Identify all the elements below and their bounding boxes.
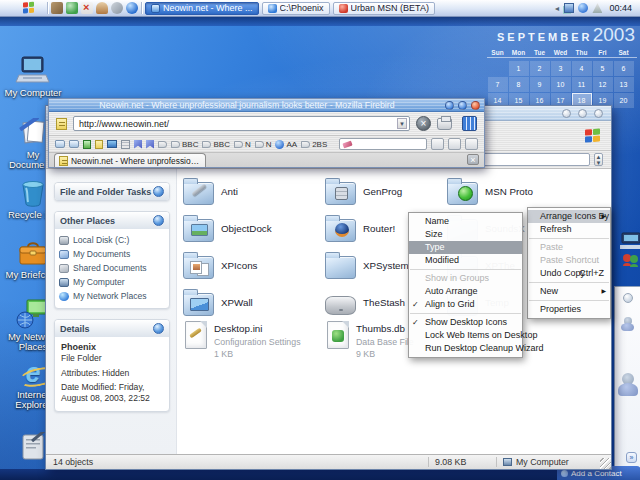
bookmark-image-icon[interactable] (107, 140, 117, 148)
file-item[interactable]: TheStash (325, 288, 405, 315)
address-stepper[interactable]: ▲▼ (594, 153, 603, 166)
place-link-my-documents[interactable]: My Documents (59, 247, 167, 261)
toolbar-button[interactable] (465, 138, 478, 150)
url-input[interactable]: http://www.neowin.net/ ▼ (73, 116, 410, 131)
menu-item-modified[interactable]: Modified (409, 254, 522, 267)
menu-item-properties[interactable]: Properties (528, 303, 610, 316)
details-pane: Details Phoenix File Folder Attributes: … (54, 319, 170, 412)
msn-chevron-button[interactable]: » (626, 452, 637, 463)
minimize-button[interactable] (445, 101, 454, 110)
place-link-local-disk[interactable]: Local Disk (C:) (59, 233, 167, 247)
bookmark-note-icon[interactable] (95, 140, 103, 149)
resize-grip[interactable] (600, 458, 611, 469)
file-item[interactable]: ObjectDock (183, 214, 272, 242)
bookmark-grid-icon[interactable] (121, 140, 130, 149)
quick-launch-icon-1[interactable] (51, 2, 63, 14)
menu-item-arrange-icons-by[interactable]: Arrange Icons By ▶ (528, 210, 610, 223)
msn-round-button[interactable] (623, 293, 633, 303)
start-button[interactable] (23, 2, 36, 15)
task-button-neowin[interactable]: Neowin.net - Where ... (145, 2, 259, 15)
volume-tray-icon[interactable] (592, 3, 602, 13)
desktop-icon-my-computer[interactable]: My Computer (4, 56, 62, 98)
menu-item-lock-web-items[interactable]: Lock Web Items on Desktop (409, 329, 522, 342)
file-item[interactable]: XPSystem (325, 251, 409, 279)
stop-button[interactable]: × (416, 116, 431, 131)
windows-flag-icon (585, 128, 601, 143)
file-item[interactable]: Router! (325, 214, 395, 242)
details-folder-name: Phoenix (61, 342, 163, 352)
bookmark-doc-icon[interactable] (83, 140, 91, 149)
bookmark-link[interactable]: BBC (202, 140, 229, 149)
place-link-shared-documents[interactable]: Shared Documents (59, 261, 167, 275)
bookmark-ribbon-icon[interactable] (134, 140, 142, 149)
bookmark-folder-icon[interactable] (69, 140, 79, 148)
file-item[interactable]: Desktop.ini Configuration Settings 1 KB (185, 321, 301, 361)
toolbar-button[interactable] (431, 138, 444, 150)
bookmark-tag-icon[interactable] (158, 141, 167, 148)
menu-item-show-in-groups[interactable]: Show in Groups (409, 272, 522, 285)
menu-item-name[interactable]: Name (409, 215, 522, 228)
menu-item-paste-shortcut[interactable]: Paste Shortcut (528, 254, 610, 267)
maximize-button[interactable] (578, 109, 587, 118)
bookmark-link[interactable]: N (234, 140, 251, 149)
bookmark-link[interactable]: BBC (171, 140, 198, 149)
menu-item-auto-arrange[interactable]: Auto Arrange (409, 285, 522, 298)
minimize-button[interactable] (562, 109, 571, 118)
expand-pane-button[interactable] (153, 186, 164, 197)
messenger-tray-icon[interactable] (578, 3, 588, 13)
file-item[interactable]: Anti (183, 177, 238, 205)
close-button[interactable] (594, 109, 603, 118)
tray-collapse-icon[interactable]: ◄ (554, 5, 561, 12)
quick-launch-icon-4[interactable] (96, 2, 108, 14)
menu-item-align-to-grid[interactable]: ✓ Align to Grid (409, 298, 522, 311)
menu-item-new[interactable]: New ▶ (528, 285, 610, 298)
collapse-pane-button[interactable] (153, 215, 164, 226)
quick-launch-icon-3[interactable] (81, 2, 93, 14)
menu-separator (410, 313, 521, 314)
taskbar: Neowin.net - Where ... C:\Phoenix Urban … (0, 0, 640, 17)
quick-launch-icon-5[interactable] (111, 2, 123, 14)
place-link-my-network-places[interactable]: My Network Places (59, 289, 167, 303)
url-dropdown-button[interactable]: ▼ (397, 118, 407, 129)
file-item[interactable]: MSN Proto (447, 177, 533, 205)
task-button-urban-msn[interactable]: Urban MSN (BETA) (333, 2, 435, 15)
toolbar-button[interactable] (448, 138, 461, 150)
pane-title: Other Places (60, 216, 115, 226)
bookmark-ribbon-icon[interactable] (146, 140, 154, 149)
bookmark-folder-icon[interactable] (55, 140, 65, 148)
browser-title-bar[interactable]: Neowin.net - Where unprofessional journa… (49, 99, 484, 112)
bookmark-link[interactable]: 2BS (301, 140, 327, 149)
network-tray-icon[interactable] (564, 3, 574, 13)
place-link-my-computer[interactable]: My Computer (59, 275, 167, 289)
page-icon (56, 118, 67, 130)
menu-item-size[interactable]: Size (409, 228, 522, 241)
file-item[interactable]: Thumbs.db Data Base File 9 KB (327, 321, 414, 361)
tag-icon (301, 141, 310, 148)
menu-item-undo-copy[interactable]: Ctrl+Z Undo Copy (528, 267, 610, 280)
file-item[interactable]: GenProg (325, 177, 402, 205)
msn-window-sliver[interactable]: » (614, 286, 640, 468)
menu-item-refresh[interactable]: Refresh (528, 223, 610, 236)
bookmark-link[interactable]: AA (275, 140, 297, 149)
print-button[interactable] (437, 118, 452, 130)
folder-icon (183, 293, 214, 316)
collapse-pane-button[interactable] (153, 323, 164, 334)
quick-launch-icon-2[interactable] (66, 2, 78, 14)
status-object-count: 14 objects (46, 457, 428, 467)
quick-launch-icon-6[interactable] (126, 2, 138, 14)
tab-neowin[interactable]: Neowin.net - Where unprofessional journa… (54, 153, 206, 167)
edge-desktop-icons[interactable] (620, 232, 640, 272)
task-button-phoenix[interactable]: C:\Phoenix (262, 2, 330, 15)
search-input[interactable] (339, 138, 427, 150)
bookmark-link[interactable]: N (255, 140, 272, 149)
menu-item-type[interactable]: Type (409, 241, 522, 254)
file-item[interactable]: XPIcons (183, 251, 258, 279)
menu-item-show-desktop-icons[interactable]: ✓ Show Desktop Icons (409, 316, 522, 329)
file-item[interactable]: XPWall (183, 288, 253, 316)
explorer-task-pane: File and Folder Tasks Other Places Local… (46, 169, 177, 454)
menu-item-paste[interactable]: Paste (528, 241, 610, 254)
maximize-button[interactable] (458, 101, 467, 110)
close-button[interactable] (471, 101, 480, 110)
tab-close-button[interactable]: × (467, 154, 479, 165)
menu-item-run-desktop-cleanup[interactable]: Run Desktop Cleanup Wizard (409, 342, 522, 355)
